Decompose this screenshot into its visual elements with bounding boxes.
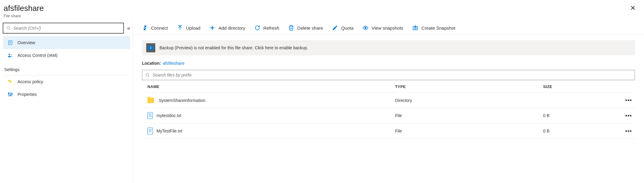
main-content: Connect Upload Add directory Refresh Del… — [133, 21, 644, 183]
info-text: Backup (Preview) is not enabled for this… — [159, 45, 308, 50]
row-context-menu[interactable]: ••• — [614, 97, 632, 103]
row-context-menu[interactable]: ••• — [614, 128, 632, 134]
svg-point-0 — [7, 26, 10, 29]
camera-icon — [412, 25, 418, 31]
view-snapshots-button[interactable]: View snapshots — [362, 25, 403, 31]
quota-button[interactable]: Quota — [332, 25, 353, 31]
file-icon — [147, 112, 153, 119]
search-icon — [6, 26, 11, 31]
close-button[interactable]: ✕ — [628, 4, 638, 13]
refresh-button[interactable]: Refresh — [254, 25, 279, 31]
properties-icon — [7, 91, 13, 97]
file-name: MyTestFile.txt — [156, 129, 182, 133]
svg-point-25 — [414, 27, 416, 29]
upload-icon — [177, 25, 183, 31]
collapse-sidebar-button[interactable]: « — [127, 25, 130, 31]
page-title: afsfileshare — [4, 4, 44, 13]
info-icon: i — [146, 43, 155, 52]
sidebar-section-settings: Settings — [3, 62, 130, 74]
folder-icon — [147, 98, 154, 103]
svg-point-7 — [11, 54, 12, 55]
sidebar: « Overview Access Control (IAM) Settings — [0, 21, 133, 183]
create-snapshot-button[interactable]: Create Snapshot — [412, 25, 456, 31]
page-subtitle: File share — [4, 14, 44, 18]
delete-share-button[interactable]: Delete share — [288, 25, 323, 31]
svg-line-27 — [148, 76, 150, 77]
sidebar-item-access-policy[interactable]: Access policy — [3, 75, 130, 88]
file-size: 0 B — [543, 129, 614, 133]
svg-point-23 — [365, 27, 366, 29]
file-type: Directory — [395, 98, 543, 103]
file-search-input[interactable] — [153, 73, 632, 77]
toolbar: Connect Upload Add directory Refresh Del… — [133, 21, 644, 35]
refresh-icon — [254, 25, 260, 31]
eye-icon — [362, 25, 369, 31]
iam-icon — [7, 52, 13, 58]
svg-point-16 — [11, 93, 12, 94]
file-name: .SystemShareInformation — [158, 98, 205, 103]
sidebar-item-label: Access policy — [18, 79, 43, 84]
sidebar-item-label: Access Control (IAM) — [18, 53, 57, 58]
svg-point-14 — [8, 93, 9, 94]
file-size: 0 B — [543, 113, 614, 118]
location-link[interactable]: afsfileshare — [163, 61, 185, 66]
sidebar-item-properties[interactable]: Properties — [3, 88, 130, 101]
connect-button[interactable]: Connect — [142, 25, 168, 31]
connect-icon — [142, 25, 148, 31]
location-row: Location: afsfileshare — [142, 55, 635, 70]
row-context-menu[interactable]: ••• — [614, 113, 632, 119]
sidebar-item-label: Overview — [18, 40, 35, 45]
file-name: mytestdoc.txt — [156, 113, 181, 118]
sidebar-search-input[interactable] — [13, 26, 120, 31]
upload-button[interactable]: Upload — [177, 25, 201, 31]
table-row[interactable]: mytestdoc.txt File 0 B ••• — [142, 108, 635, 123]
svg-point-15 — [10, 95, 11, 96]
location-label: Location: — [142, 61, 161, 66]
svg-point-26 — [146, 73, 149, 76]
file-icon — [147, 128, 153, 134]
overview-icon — [7, 40, 13, 46]
table-row[interactable]: MyTestFile.txt File 0 B ••• — [142, 123, 635, 139]
svg-rect-9 — [10, 81, 12, 83]
table-header: NAME TYPE SIZE — [142, 80, 635, 93]
file-type: File — [395, 113, 543, 118]
trash-icon — [288, 25, 294, 31]
sidebar-item-access-control[interactable]: Access Control (IAM) — [3, 49, 130, 62]
search-icon — [145, 73, 150, 77]
key-icon — [7, 79, 13, 85]
svg-point-6 — [9, 54, 10, 55]
add-directory-button[interactable]: Add directory — [209, 25, 245, 31]
blade-header: afsfileshare File share ✕ — [0, 0, 644, 21]
sidebar-item-overview[interactable]: Overview — [3, 36, 130, 49]
sidebar-item-label: Properties — [18, 92, 37, 97]
file-search[interactable] — [142, 70, 635, 80]
column-size[interactable]: SIZE — [543, 84, 614, 89]
column-name[interactable]: NAME — [147, 84, 395, 89]
table-row[interactable]: .SystemShareInformation Directory ••• — [142, 93, 635, 108]
backup-info-bar[interactable]: i Backup (Preview) is not enabled for th… — [142, 40, 635, 55]
column-type[interactable]: TYPE — [395, 84, 543, 89]
plus-icon — [209, 25, 215, 31]
pencil-icon — [332, 25, 338, 31]
file-type: File — [395, 129, 543, 133]
svg-line-1 — [9, 29, 10, 30]
sidebar-search[interactable] — [3, 23, 124, 33]
